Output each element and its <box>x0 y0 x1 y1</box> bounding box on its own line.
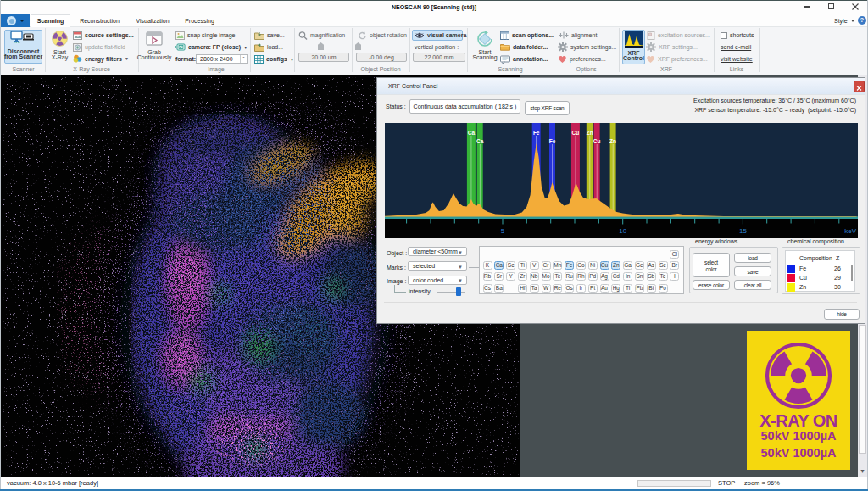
svg-text:Fe: Fe <box>549 138 556 144</box>
svg-text:Zn: Zn <box>609 138 616 144</box>
svg-text:Ca: Ca <box>468 130 476 136</box>
svg-text:Cu: Cu <box>572 130 580 136</box>
svg-text:Zn: Zn <box>587 130 593 136</box>
svg-text:Ca: Ca <box>476 138 484 144</box>
svg-text:Fe: Fe <box>533 130 540 136</box>
svg-text:10: 10 <box>619 227 626 235</box>
svg-text:15: 15 <box>739 227 747 235</box>
svg-text:5: 5 <box>501 227 505 235</box>
svg-text:Cu: Cu <box>593 138 601 144</box>
svg-text:keV: keV <box>844 227 856 235</box>
